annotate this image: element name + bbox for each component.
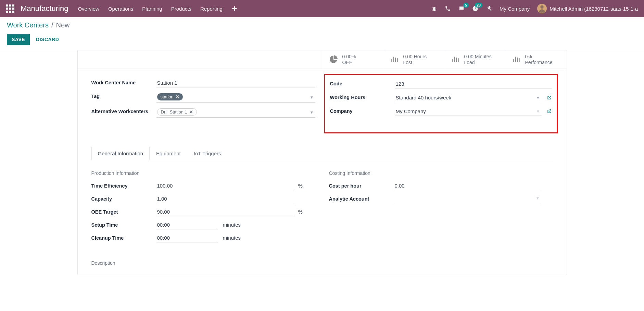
costing-info-col: Costing Information Cost per hour Analyt… bbox=[329, 170, 553, 247]
stat-lost[interactable]: 0.00 Hours Lost bbox=[384, 50, 445, 69]
label-time-efficiency: Time Efficiency bbox=[91, 183, 156, 189]
form-body: Work Center Name Tag station ✕ ▼ bbox=[78, 69, 567, 275]
label-company: Company bbox=[330, 107, 395, 114]
input-time-efficiency[interactable] bbox=[156, 181, 293, 190]
tab-pane-general: Production Information Time Efficiency %… bbox=[91, 160, 553, 266]
nav-planning[interactable]: Planning bbox=[142, 6, 162, 12]
nav-reporting[interactable]: Reporting bbox=[200, 6, 223, 12]
input-work-center-name[interactable] bbox=[156, 79, 315, 87]
input-cost-per-hour[interactable] bbox=[394, 181, 541, 190]
tab-equipment[interactable]: Equipment bbox=[150, 147, 187, 160]
stat-performance[interactable]: 0% Performance bbox=[506, 50, 567, 69]
chevron-down-icon[interactable]: ▼ bbox=[536, 95, 540, 100]
plus-icon[interactable] bbox=[231, 5, 238, 12]
form-sheet: 0.00% OEE 0.00 Hours Lost 0.00 Minutes bbox=[77, 50, 567, 275]
label-capacity: Capacity bbox=[91, 196, 156, 202]
label-oee-target: OEE Target bbox=[91, 209, 156, 215]
stat-oee-label: OEE bbox=[342, 60, 356, 65]
label-code: Code bbox=[330, 80, 395, 86]
bar-chart-icon bbox=[451, 55, 460, 64]
apps-launcher-icon[interactable] bbox=[6, 4, 14, 13]
stat-oee[interactable]: 0.00% OEE bbox=[323, 50, 384, 69]
input-working-hours[interactable] bbox=[395, 93, 542, 102]
external-link-icon[interactable] bbox=[546, 95, 552, 100]
input-cleanup-time[interactable] bbox=[156, 234, 218, 242]
input-code[interactable] bbox=[395, 80, 552, 88]
company-selector[interactable]: My Company bbox=[500, 6, 530, 12]
activity-badge: 28 bbox=[475, 3, 482, 8]
nav-menu: Overview Operations Planning Products Re… bbox=[78, 5, 238, 12]
input-company[interactable] bbox=[395, 107, 542, 116]
chevron-down-icon[interactable]: ▼ bbox=[536, 109, 540, 114]
label-tag: Tag bbox=[91, 92, 156, 99]
unit-percent: % bbox=[298, 209, 303, 215]
input-oee-target[interactable] bbox=[156, 207, 293, 216]
activity-icon[interactable]: 28 bbox=[472, 5, 478, 12]
section-description: Description bbox=[91, 260, 553, 266]
chat-icon[interactable]: 5 bbox=[458, 5, 465, 12]
tag-pill-station: station ✕ bbox=[157, 93, 183, 100]
section-costing-info: Costing Information bbox=[329, 170, 553, 176]
remove-tag-icon[interactable]: ✕ bbox=[189, 109, 193, 115]
chevron-down-icon[interactable]: ▼ bbox=[536, 196, 540, 201]
stat-perf-label: Performance bbox=[525, 60, 553, 65]
highlight-box: Code Working Hours ▼ bbox=[324, 74, 558, 133]
control-panel: Work Centers / New SAVE DISCARD bbox=[0, 17, 644, 50]
nav-operations[interactable]: Operations bbox=[108, 6, 133, 12]
phone-icon[interactable] bbox=[445, 5, 451, 12]
tag-text: station bbox=[161, 94, 174, 99]
label-working-hours: Working Hours bbox=[330, 93, 395, 100]
tag-pill-drill-station: Drill Station 1 ✕ bbox=[157, 108, 197, 116]
avatar bbox=[537, 4, 547, 13]
input-analytic-account[interactable]: ▼ bbox=[394, 194, 541, 203]
stat-lost-label: Lost bbox=[403, 60, 427, 65]
svg-point-0 bbox=[541, 5, 544, 9]
tabs: General Information Equipment IoT Trigge… bbox=[91, 146, 553, 160]
user-menu[interactable]: Mitchell Admin (16230712-saas-15-1-a bbox=[537, 4, 638, 13]
stat-oee-value: 0.00% bbox=[342, 54, 356, 60]
production-info-col: Production Information Time Efficiency %… bbox=[91, 170, 315, 247]
pie-chart-icon bbox=[329, 55, 338, 64]
label-cleanup-time: Cleanup Time bbox=[91, 235, 156, 241]
form-col-left: Work Center Name Tag station ✕ ▼ bbox=[91, 79, 315, 133]
unit-minutes: minutes bbox=[223, 235, 241, 241]
bug-icon[interactable] bbox=[431, 5, 437, 12]
input-alternative-workcenters[interactable]: Drill Station 1 ✕ ▼ bbox=[156, 107, 315, 118]
app-brand[interactable]: Manufacturing bbox=[21, 4, 68, 13]
breadcrumb-current: New bbox=[56, 21, 70, 29]
unit-percent: % bbox=[298, 183, 303, 189]
label-setup-time: Setup Time bbox=[91, 222, 156, 228]
external-link-icon[interactable] bbox=[546, 109, 552, 114]
chevron-down-icon[interactable]: ▼ bbox=[310, 95, 314, 100]
input-tag[interactable]: station ✕ ▼ bbox=[156, 92, 315, 103]
bar-chart-icon bbox=[512, 55, 521, 64]
statbar: 0.00% OEE 0.00 Hours Lost 0.00 Minutes bbox=[78, 50, 567, 69]
tools-icon[interactable] bbox=[486, 5, 492, 12]
input-capacity[interactable] bbox=[156, 194, 293, 203]
breadcrumb-root[interactable]: Work Centers bbox=[7, 21, 49, 29]
tag-text: Drill Station 1 bbox=[161, 109, 187, 115]
chevron-down-icon[interactable]: ▼ bbox=[310, 110, 314, 115]
input-setup-time[interactable] bbox=[156, 220, 218, 229]
stat-load-label: Load bbox=[464, 60, 492, 65]
nav-overview[interactable]: Overview bbox=[78, 6, 99, 12]
breadcrumb: Work Centers / New bbox=[7, 21, 637, 29]
discard-button[interactable]: DISCARD bbox=[36, 37, 59, 42]
save-button[interactable]: SAVE bbox=[7, 34, 30, 45]
remove-tag-icon[interactable]: ✕ bbox=[176, 94, 179, 99]
label-work-center-name: Work Center Name bbox=[91, 79, 156, 85]
label-analytic-account: Analytic Account bbox=[329, 196, 394, 202]
action-buttons: SAVE DISCARD bbox=[7, 34, 637, 45]
tab-general-information[interactable]: General Information bbox=[91, 147, 150, 160]
unit-minutes: minutes bbox=[223, 222, 241, 228]
stat-load-value: 0.00 Minutes bbox=[464, 54, 492, 60]
stat-lost-value: 0.00 Hours bbox=[403, 54, 427, 60]
stat-load[interactable]: 0.00 Minutes Load bbox=[445, 50, 506, 69]
nav-products[interactable]: Products bbox=[171, 6, 191, 12]
user-name: Mitchell Admin (16230712-saas-15-1-a bbox=[550, 6, 638, 12]
stat-perf-value: 0% bbox=[525, 54, 553, 60]
bar-chart-icon bbox=[390, 55, 399, 64]
form-col-right: Code Working Hours ▼ bbox=[329, 79, 553, 133]
tab-iot-triggers[interactable]: IoT Triggers bbox=[187, 147, 228, 160]
label-alternative-workcenters: Alternative Workcenters bbox=[91, 107, 156, 114]
